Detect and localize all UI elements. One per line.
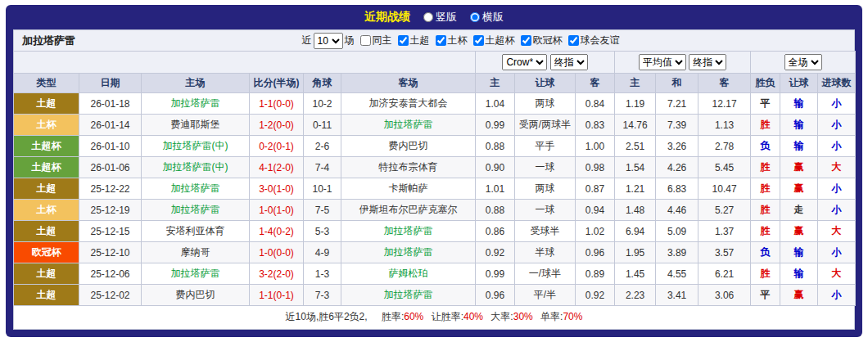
away-team-link[interactable]: 特拉布宗体育 [341,157,476,178]
corner-score: 0-11 [304,115,341,136]
filter-label: 土杯 [448,34,468,47]
ah-away-odds: 0.92 [576,285,615,306]
col-header-ah-home: 主 [476,74,515,93]
bookmaker-select[interactable]: Crow* [502,54,547,70]
ah-home-odds: 1.04 [476,93,515,115]
cup-checkbox[interactable] [436,35,446,46]
ah-away-odds: 0.96 [576,242,615,263]
handicap-win-rate-label: 让胜率: [432,311,463,322]
away-team-link[interactable]: 卡斯帕萨 [341,178,476,200]
ucl-checkbox[interactable] [521,35,531,46]
col-header-ah-away: 客 [576,74,615,93]
match-date: 26-01-06 [79,157,142,178]
home-team-link[interactable]: 加拉塔萨雷(中) [142,157,250,178]
filter-ucl[interactable]: 欧冠杯 [521,34,563,47]
europe-odds-selectors: 平均值 终指 [615,52,751,74]
home-team-link[interactable]: 加拉塔萨雷 [142,263,250,285]
match-date: 26-01-10 [79,136,142,157]
ah-home-odds: 0.90 [476,157,515,178]
away-team-link[interactable]: 加拉塔萨雷 [341,242,476,263]
view-option-horizontal[interactable]: 横版 [470,10,504,25]
league-badge: 土超杯 [14,157,79,178]
home-team-link[interactable]: 加拉塔萨雷 [142,178,250,200]
horizontal-view-radio[interactable] [470,12,480,22]
eu-draw-odds: 4.55 [656,263,698,285]
friendly-checkbox[interactable] [568,35,579,46]
away-team-link[interactable]: 萨姆松珀 [341,263,476,285]
filter-label: 土超 [410,34,430,47]
away-team-link[interactable]: 加拉塔萨雷 [341,115,476,136]
topbar: 近期战绩 竖版 横版 [13,5,855,29]
table-row: 土超杯 26-01-06 加拉塔萨雷(中) 4-1(2-0) 7-4 特拉布宗体… [14,157,856,178]
same-home-checkbox[interactable] [360,35,371,46]
europe-odds-select[interactable]: 平均值 [639,54,686,70]
home-team-link[interactable]: 加拉塔萨雷 [142,93,250,115]
view-option-vertical[interactable]: 竖版 [423,10,457,25]
eu-home-odds: 2.23 [615,285,656,306]
match-result: 胜 [751,263,780,285]
eu-draw-odds: 6.83 [656,178,698,200]
goals-result: 大 [818,221,856,242]
eu-home-odds: 1.19 [615,93,656,115]
away-team-link[interactable]: 伊斯坦布尔巴萨克塞尔 [341,200,476,221]
eu-home-odds: 1.95 [615,242,656,263]
away-team-link[interactable]: 加拉塔萨雷 [341,285,476,306]
window-frame: 近期战绩 竖版 横版 加拉塔萨雷 近 10 场 同主 [6,5,862,337]
match-result: 负 [751,242,780,263]
page-title: 近期战绩 [364,10,410,25]
odd-rate-label: 单率: [540,311,563,322]
filter-bar: 加拉塔萨雷 近 10 场 同主 土超 土杯 [13,29,855,51]
col-header-result: 胜负 [751,74,780,93]
games-label: 场 [345,34,355,47]
home-team-link[interactable]: 费内巴切 [142,285,250,306]
home-team-link[interactable]: 加拉塔萨雷(中) [142,136,250,157]
team-title: 加拉塔萨雷 [22,34,75,48]
score-cell: 1-0(1-0) [250,200,304,221]
ah-away-odds: 0.94 [576,200,615,221]
goals-result: 小 [818,200,856,221]
away-team-link[interactable]: 费内巴切 [341,136,476,157]
eu-home-odds: 1.21 [615,178,656,200]
home-team-link[interactable]: 费迪耶斯堡 [142,115,250,136]
filter-super-cup[interactable]: 土超杯 [473,34,515,47]
eu-away-odds: 2.78 [698,136,751,157]
ah-handicap: 一球 [515,200,576,221]
scope-select[interactable]: 全场 [784,54,822,70]
match-result: 平 [751,93,780,115]
filter-cup[interactable]: 土杯 [436,34,468,47]
away-team-link[interactable]: 加济安泰普大都会 [341,93,476,115]
away-team-link[interactable]: 加拉塔萨雷 [341,221,476,242]
recent-label: 近 [302,34,312,47]
super-cup-checkbox[interactable] [473,35,484,46]
filter-friendly[interactable]: 球会友谊 [568,34,620,47]
filter-same-home[interactable]: 同主 [360,34,392,47]
europe-stage-select[interactable]: 终指 [689,54,726,70]
table-row: 土杯 26-01-14 费迪耶斯堡 1-2(0-0) 0-11 加拉塔萨雷 0.… [14,115,856,136]
league-badge: 土超 [14,221,79,242]
ah-handicap: 半球 [515,242,576,263]
match-date: 25-12-10 [79,242,142,263]
eu-away-odds: 1.13 [698,115,751,136]
league-badge: 土超杯 [14,136,79,157]
vertical-view-radio[interactable] [423,12,433,22]
eu-home-odds: 6.94 [615,221,656,242]
handicap-result: 赢 [780,178,818,200]
score-cell: 1-1(0-0) [250,93,304,115]
home-team-link[interactable]: 摩纳哥 [142,242,250,263]
home-team-link[interactable]: 安塔利亚体育 [142,221,250,242]
table-row: 土超 25-12-22 加拉塔萨雷 3-0(1-0) 10-1 卡斯帕萨 1.0… [14,178,856,200]
home-team-link[interactable]: 加拉塔萨雷 [142,200,250,221]
col-header-goals: 进球数 [818,74,856,93]
goals-result: 小 [818,178,856,200]
score-cell: 0-2(0-1) [250,136,304,157]
handicap-result: 输 [780,115,818,136]
bookmaker-stage-select[interactable]: 终指 [550,54,588,70]
super-league-checkbox[interactable] [398,35,409,46]
league-badge: 土超 [14,93,79,115]
recent-count-select[interactable]: 10 [314,33,343,49]
eu-away-odds: 10.47 [698,178,751,200]
col-header-ah-result: 让球 [780,74,818,93]
filter-super-league[interactable]: 土超 [398,34,430,47]
content-panel: 加拉塔萨雷 近 10 场 同主 土超 土杯 [13,29,855,330]
match-date: 25-12-06 [79,263,142,285]
